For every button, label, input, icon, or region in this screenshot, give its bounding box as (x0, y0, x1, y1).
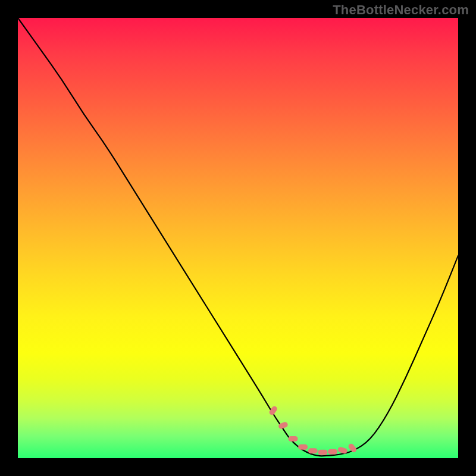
plot-area (18, 18, 458, 458)
marker-dash (328, 449, 337, 455)
chart-container: TheBottleNecker.com (0, 0, 476, 476)
marker-dash (308, 448, 318, 453)
marker-dash (268, 405, 278, 416)
marker-dash (318, 450, 327, 455)
marker-dash (289, 436, 298, 441)
bottleneck-curve (18, 18, 458, 458)
watermark-text: TheBottleNecker.com (333, 2, 469, 18)
marker-dash (298, 444, 308, 450)
